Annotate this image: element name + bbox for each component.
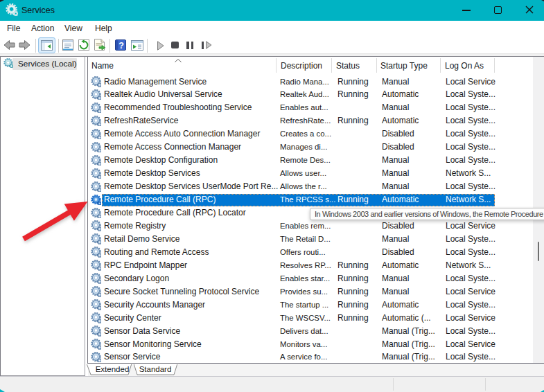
svg-text:?: ?: [119, 41, 124, 51]
